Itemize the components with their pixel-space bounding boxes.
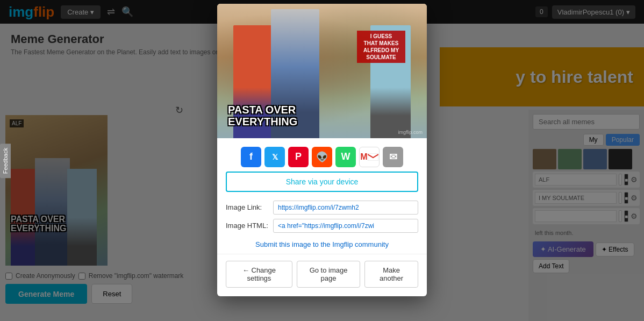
- modal-watermark: imgflip.com: [398, 130, 423, 135]
- make-another-button[interactable]: Make another: [364, 261, 418, 288]
- modal-actions: ← Change settings Go to image page Make …: [217, 254, 427, 296]
- modal-caption-top: I GUESS THAT MAKES ALFREDO MY SOULMATE: [357, 31, 405, 63]
- pinterest-icon: P: [295, 151, 302, 162]
- twitter-icon: 𝕏: [272, 153, 278, 161]
- image-link-label: Image Link:: [226, 203, 269, 211]
- caption-bottom-line1: PASTA OVER: [228, 104, 296, 116]
- feedback-tab[interactable]: Feedback: [0, 143, 11, 177]
- share-modal: I GUESS THAT MAKES ALFREDO MY SOULMATE P…: [217, 4, 427, 296]
- caption-top-line3: ALFREDO MY SOULMATE: [363, 47, 399, 60]
- modal-meme-image: I GUESS THAT MAKES ALFREDO MY SOULMATE P…: [217, 4, 427, 138]
- image-html-row: Image HTML:: [217, 217, 427, 235]
- modal-backdrop: I GUESS THAT MAKES ALFREDO MY SOULMATE P…: [0, 0, 644, 321]
- image-html-label: Image HTML:: [226, 222, 269, 230]
- gmail-icon: M: [360, 152, 367, 162]
- whatsapp-icon: W: [341, 151, 350, 162]
- share-twitter-button[interactable]: 𝕏: [264, 147, 285, 167]
- share-device-button[interactable]: Share via your device: [226, 172, 418, 192]
- modal-caption-bottom: PASTA OVER EVERYTHING: [228, 104, 297, 127]
- caption-bottom-line2: EVERYTHING: [228, 116, 297, 127]
- share-facebook-button[interactable]: f: [241, 147, 261, 167]
- gmail-svg-icon: [368, 153, 378, 161]
- facebook-icon: f: [249, 151, 253, 162]
- image-html-input[interactable]: [273, 219, 418, 233]
- feedback-sidebar[interactable]: Feedback: [0, 143, 11, 177]
- share-pinterest-button[interactable]: P: [288, 147, 309, 167]
- share-gmail-button[interactable]: M: [359, 147, 380, 167]
- go-to-page-button[interactable]: Go to image page: [297, 261, 360, 288]
- share-reddit-button[interactable]: 👽: [312, 147, 332, 167]
- submit-community-link[interactable]: Submit this image to the Imgflip communi…: [217, 235, 427, 254]
- share-email-button[interactable]: ✉: [383, 147, 403, 167]
- image-link-row: Image Link:: [217, 198, 427, 217]
- reddit-icon: 👽: [316, 151, 328, 163]
- caption-top-line2: THAT MAKES: [364, 40, 399, 46]
- share-row: f 𝕏 P 👽 W M ✉: [217, 138, 427, 172]
- image-link-input[interactable]: [273, 201, 418, 215]
- change-settings-button[interactable]: ← Change settings: [226, 261, 292, 288]
- email-icon: ✉: [389, 151, 397, 163]
- caption-top-line1: I GUESS: [370, 33, 392, 39]
- share-whatsapp-button[interactable]: W: [335, 147, 356, 167]
